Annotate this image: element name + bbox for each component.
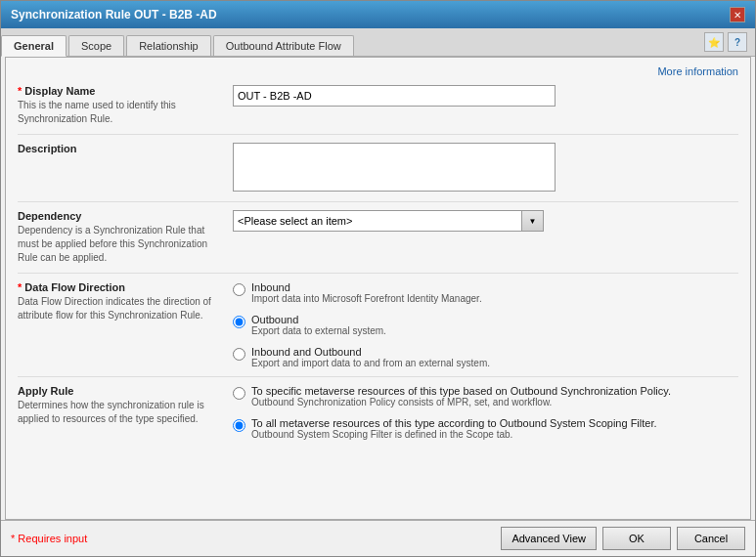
radio-specific-input[interactable]: [233, 387, 245, 400]
radio-inbound: Inbound Import data into Microsoft Foref…: [233, 281, 738, 304]
apply-rule-row: Apply Rule Determines how the synchroniz…: [18, 385, 738, 448]
main-window: Synchronization Rule OUT - B2B -AD ✕ Gen…: [0, 0, 756, 557]
star-icon[interactable]: ⭐: [704, 32, 724, 52]
data-flow-input-col: Inbound Import data into Microsoft Foref…: [233, 281, 738, 368]
ok-button[interactable]: OK: [602, 527, 671, 550]
description-label: Description: [18, 143, 225, 154]
more-information-link[interactable]: More information: [6, 65, 750, 81]
tab-scope[interactable]: Scope: [68, 35, 124, 56]
radio-outbound: Outbound Export data to external system.: [233, 314, 738, 336]
tab-outbound[interactable]: Outbound Attribute Flow: [213, 35, 354, 56]
radio-inbound-outbound-sub: Export and import data to and from an ex…: [251, 358, 490, 368]
display-name-label-col: * Display Name This is the name used to …: [18, 85, 233, 126]
description-input[interactable]: [233, 143, 556, 192]
data-flow-direction-label: * Data Flow Direction: [18, 281, 225, 293]
display-name-input-col: [233, 85, 738, 107]
radio-inbound-outbound-main: Inbound and Outbound: [251, 346, 490, 358]
radio-outbound-sub: Export data to external system.: [251, 325, 386, 336]
radio-inbound-outbound-labels: Inbound and Outbound Export and import d…: [251, 346, 490, 368]
dependency-label-col: Dependency Dependency is a Synchronizati…: [18, 210, 233, 265]
dependency-select-wrapper: <Please select an item> ▼: [233, 210, 738, 232]
radio-inbound-outbound: Inbound and Outbound Export and import d…: [233, 346, 738, 368]
radio-inbound-main: Inbound: [251, 281, 482, 293]
radio-inbound-input[interactable]: [233, 283, 245, 296]
dependency-select[interactable]: <Please select an item>: [233, 210, 522, 232]
radio-all-sub: Outbound System Scoping Filter is define…: [251, 429, 657, 440]
radio-all: To all metaverse resources of this type …: [233, 417, 738, 440]
window-title: Synchronization Rule OUT - B2B -AD: [11, 8, 217, 21]
requires-input-label: * Requires input: [11, 533, 501, 544]
display-name-label: * Display Name: [18, 85, 225, 97]
radio-specific-main: To specific metaverse resources of this …: [251, 385, 671, 397]
radio-inbound-sub: Import data into Microsoft Forefront Ide…: [251, 293, 482, 304]
description-row: Description: [18, 143, 738, 202]
form-section: * Display Name This is the name used to …: [6, 81, 750, 463]
dependency-desc: Dependency is a Synchronization Rule tha…: [18, 224, 225, 265]
radio-inbound-outbound-input[interactable]: [233, 348, 245, 361]
data-flow-direction-row: * Data Flow Direction Data Flow Directio…: [18, 281, 738, 377]
tab-bar-icons: ⭐ ?: [704, 32, 755, 56]
data-flow-radio-group: Inbound Import data into Microsoft Foref…: [233, 281, 738, 368]
radio-outbound-main: Outbound: [251, 314, 386, 325]
radio-all-labels: To all metaverse resources of this type …: [251, 417, 657, 440]
data-flow-direction-label-col: * Data Flow Direction Data Flow Directio…: [18, 281, 233, 322]
display-name-row: * Display Name This is the name used to …: [18, 85, 738, 135]
title-bar: Synchronization Rule OUT - B2B -AD ✕: [1, 1, 755, 28]
tab-general[interactable]: General: [1, 35, 67, 57]
footer-buttons: Advanced View OK Cancel: [501, 527, 745, 550]
display-name-desc: This is the name used to identify this S…: [18, 99, 225, 126]
apply-rule-label-col: Apply Rule Determines how the synchroniz…: [18, 385, 233, 426]
cancel-button[interactable]: Cancel: [677, 527, 745, 550]
apply-rule-label: Apply Rule: [18, 385, 225, 397]
tab-relationship[interactable]: Relationship: [126, 35, 211, 56]
radio-specific: To specific metaverse resources of this …: [233, 385, 738, 407]
close-button[interactable]: ✕: [730, 7, 745, 22]
apply-rule-radio-group: To specific metaverse resources of this …: [233, 385, 738, 440]
footer: * Requires input Advanced View OK Cancel: [1, 520, 755, 556]
radio-outbound-input[interactable]: [233, 316, 245, 328]
apply-rule-input-col: To specific metaverse resources of this …: [233, 385, 738, 440]
radio-specific-sub: Outbound Synchronization Policy consists…: [251, 397, 671, 407]
tab-bar: General Scope Relationship Outbound Attr…: [1, 28, 755, 57]
radio-outbound-labels: Outbound Export data to external system.: [251, 314, 386, 336]
dependency-row: Dependency Dependency is a Synchronizati…: [18, 210, 738, 274]
dependency-input-col: <Please select an item> ▼: [233, 210, 738, 232]
description-input-col: [233, 143, 738, 193]
advanced-view-button[interactable]: Advanced View: [501, 527, 597, 550]
display-name-input[interactable]: [233, 85, 556, 107]
main-content: More information * Display Name This is …: [5, 57, 751, 520]
radio-specific-labels: To specific metaverse resources of this …: [251, 385, 671, 407]
display-name-required: *: [18, 85, 22, 97]
radio-all-main: To all metaverse resources of this type …: [251, 417, 657, 429]
radio-all-input[interactable]: [233, 419, 245, 432]
apply-rule-desc: Determines how the synchronization rule …: [18, 399, 225, 426]
description-label-col: Description: [18, 143, 233, 156]
dependency-dropdown-btn[interactable]: ▼: [522, 210, 544, 232]
data-flow-desc: Data Flow Direction indicates the direct…: [18, 295, 225, 322]
radio-inbound-labels: Inbound Import data into Microsoft Foref…: [251, 281, 482, 304]
help-icon[interactable]: ?: [728, 32, 747, 52]
data-flow-required: *: [18, 281, 22, 293]
dependency-label: Dependency: [18, 210, 225, 222]
